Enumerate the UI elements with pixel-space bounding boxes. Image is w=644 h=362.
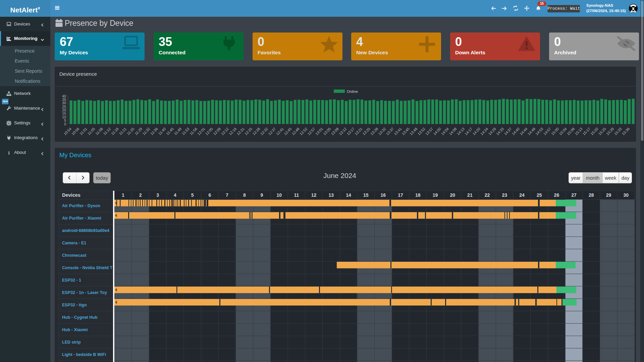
svg-text:Hub - Cygnet Hub: Hub - Cygnet Hub xyxy=(62,315,98,320)
svg-text:14:48: 14:48 xyxy=(527,127,536,136)
svg-text:2: 2 xyxy=(139,192,142,198)
svg-text:15:36: 15:36 xyxy=(621,127,631,136)
svg-text:13:32: 13:32 xyxy=(377,127,387,136)
svg-text:12:16: 12:16 xyxy=(228,127,237,136)
svg-text:15:29: 15:29 xyxy=(605,127,615,136)
svg-text:13:25: 13:25 xyxy=(362,127,371,136)
svg-text:13:21: 13:21 xyxy=(354,127,363,136)
svg-text:Air Purifier - Dyson: Air Purifier - Dyson xyxy=(62,203,100,208)
svg-text:21: 21 xyxy=(467,192,473,198)
svg-text:10: 10 xyxy=(276,192,282,198)
svg-text:4: 4 xyxy=(174,192,176,198)
svg-text:12:57: 12:57 xyxy=(307,127,316,136)
svg-text:35: 35 xyxy=(62,98,66,102)
svg-text:15:20: 15:20 xyxy=(590,127,599,136)
svg-text:15: 15 xyxy=(62,111,66,115)
svg-text:10: 10 xyxy=(62,115,66,119)
svg-text:18: 18 xyxy=(415,192,421,198)
svg-text:12:28: 12:28 xyxy=(252,127,261,136)
svg-text:14:00: 14:00 xyxy=(432,127,442,136)
svg-text:13:05: 13:05 xyxy=(322,127,332,136)
svg-text:12:09: 12:09 xyxy=(212,127,222,136)
svg-text:19: 19 xyxy=(433,192,438,198)
svg-text:11: 11 xyxy=(294,192,299,198)
svg-text:12:37: 12:37 xyxy=(267,127,277,136)
svg-text:15:04: 15:04 xyxy=(558,127,568,136)
svg-text:40: 40 xyxy=(62,94,66,98)
svg-text:12: 12 xyxy=(311,192,317,198)
svg-text:20: 20 xyxy=(450,192,455,198)
svg-text:13:48: 13:48 xyxy=(409,127,418,136)
svg-text:14:40: 14:40 xyxy=(511,127,521,136)
svg-text:28: 28 xyxy=(589,192,594,198)
svg-text:0: 0 xyxy=(64,122,66,126)
svg-text:Devices: Devices xyxy=(62,192,80,198)
svg-text:14:13: 14:13 xyxy=(456,127,466,136)
svg-text:26: 26 xyxy=(554,192,559,198)
svg-text:13:12: 13:12 xyxy=(338,127,347,136)
svg-text:15:08: 15:08 xyxy=(566,127,576,136)
svg-text:11:49: 11:49 xyxy=(173,127,182,136)
svg-text:11:32: 11:32 xyxy=(142,127,151,136)
svg-text:15:17: 15:17 xyxy=(582,127,591,136)
svg-text:23: 23 xyxy=(502,192,507,198)
svg-text:11:36: 11:36 xyxy=(150,127,159,136)
svg-text:15: 15 xyxy=(363,192,369,198)
svg-text:13: 13 xyxy=(328,192,334,198)
svg-text:Online: Online xyxy=(347,89,358,94)
svg-text:i: i xyxy=(8,150,9,155)
svg-text:17: 17 xyxy=(398,192,403,198)
svg-text:ESP32 - 1: ESP32 - 1 xyxy=(62,278,81,283)
svg-text:ESP32 - ttgo: ESP32 - ttgo xyxy=(62,303,87,307)
svg-text:Camera - E1: Camera - E1 xyxy=(62,241,86,245)
svg-text:14:04: 14:04 xyxy=(440,127,450,136)
svg-text:LED strip: LED strip xyxy=(62,340,81,345)
svg-text:11:12: 11:12 xyxy=(102,127,111,136)
svg-text:11:16: 11:16 xyxy=(110,127,119,136)
svg-text:11:29: 11:29 xyxy=(134,127,143,136)
svg-text:13:28: 13:28 xyxy=(370,127,379,136)
svg-text:Air Purifier - Xiaomi: Air Purifier - Xiaomi xyxy=(62,216,101,221)
svg-text:30: 30 xyxy=(623,192,629,198)
svg-text:11:53: 11:53 xyxy=(181,127,190,136)
svg-text:14:20: 14:20 xyxy=(472,127,481,136)
svg-text:14:53: 14:53 xyxy=(535,127,544,136)
svg-text:11:25: 11:25 xyxy=(126,127,135,136)
svg-text:5: 5 xyxy=(191,192,194,198)
svg-text:15:13: 15:13 xyxy=(574,127,583,136)
svg-text:12:05: 12:05 xyxy=(204,127,214,136)
svg-text:android-68608b93a00e4: android-68608b93a00e4 xyxy=(62,228,109,233)
svg-text:12:25: 12:25 xyxy=(244,127,253,136)
svg-text:14:44: 14:44 xyxy=(519,127,528,136)
svg-text:13:37: 13:37 xyxy=(385,127,395,136)
svg-text:7: 7 xyxy=(226,192,228,198)
svg-text:11:21: 11:21 xyxy=(118,127,127,136)
svg-text:14:57: 14:57 xyxy=(542,127,552,136)
svg-text:11:01: 11:01 xyxy=(79,127,88,136)
svg-text:12:52: 12:52 xyxy=(299,127,308,136)
svg-text:13:17: 13:17 xyxy=(346,127,355,136)
svg-text:12:21: 12:21 xyxy=(236,127,245,136)
svg-text:6: 6 xyxy=(209,192,211,198)
svg-text:15:25: 15:25 xyxy=(597,127,607,136)
svg-text:13:52: 13:52 xyxy=(417,127,426,136)
svg-text:9: 9 xyxy=(261,192,263,198)
svg-text:12:41: 12:41 xyxy=(275,127,284,136)
svg-text:Light - bedside B WiFi: Light - bedside B WiFi xyxy=(62,352,106,357)
svg-text:10:54: 10:54 xyxy=(63,127,72,136)
svg-text:11:05: 11:05 xyxy=(87,127,96,136)
svg-text:Hub - Xiaomi: Hub - Xiaomi xyxy=(62,327,88,332)
svg-text:14:24: 14:24 xyxy=(480,127,489,136)
svg-text:14:08: 14:08 xyxy=(448,127,458,136)
svg-text:25: 25 xyxy=(62,105,66,109)
svg-text:13:41: 13:41 xyxy=(393,127,402,136)
svg-text:8: 8 xyxy=(243,192,246,198)
svg-text:27: 27 xyxy=(571,192,577,198)
svg-text:14:37: 14:37 xyxy=(503,127,513,136)
svg-text:11:45: 11:45 xyxy=(165,127,174,136)
svg-text:ESP32 - 1n - Laser Toy: ESP32 - 1n - Laser Toy xyxy=(62,290,107,295)
svg-text:14:17: 14:17 xyxy=(464,127,473,136)
svg-text:13:01: 13:01 xyxy=(315,127,324,136)
svg-text:20: 20 xyxy=(62,108,66,112)
svg-text:12:48: 12:48 xyxy=(291,127,300,136)
